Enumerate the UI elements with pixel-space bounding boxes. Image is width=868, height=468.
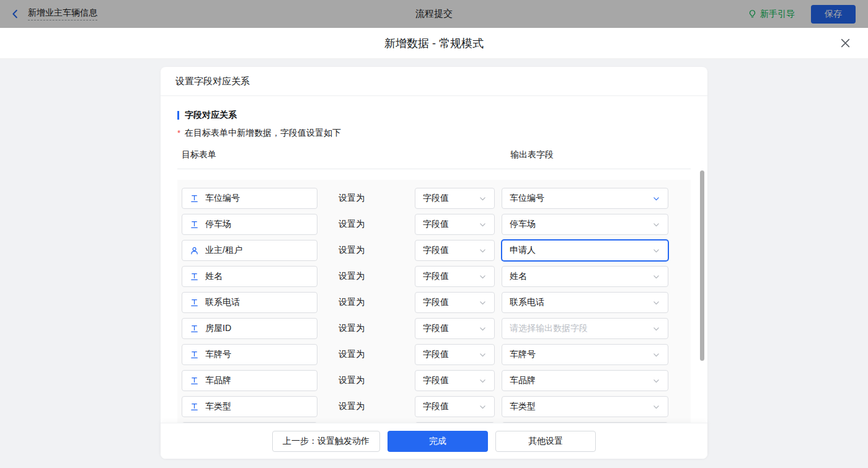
value-mode-select[interactable]: 字段值 [415, 292, 495, 313]
value-mode-select[interactable]: 字段值 [415, 344, 495, 365]
value-mode-select[interactable]: 字段值 [415, 240, 495, 261]
field-mapping-row: 业主/租户 设置为 字段值 申请人 [182, 240, 691, 261]
set-as-label: 设置为 [339, 401, 365, 412]
target-field-input[interactable]: 车品牌 [182, 370, 317, 391]
dialog-title: 新增数据 - 常规模式 [384, 36, 484, 51]
value-mode-select[interactable]: 字段值 [415, 266, 495, 287]
output-field-select[interactable]: 车品牌 [502, 370, 668, 391]
field-mapping-row: 车类型 设置为 字段值 车类型 [182, 396, 691, 417]
target-field-input[interactable]: 车类型 [182, 396, 317, 417]
chevron-down-icon [652, 195, 660, 203]
chevron-down-icon [479, 195, 487, 203]
set-as-label: 设置为 [339, 245, 365, 256]
mapping-rows: 车位编号 设置为 字段值 车位编号 [177, 180, 691, 423]
output-field-label: 车牌号 [510, 349, 536, 360]
target-field-input[interactable]: 车牌号 [182, 344, 317, 365]
flow-mode-label: 流程提交 [415, 8, 453, 20]
vertical-scrollbar[interactable] [700, 168, 704, 420]
output-field-label: 车类型 [510, 401, 536, 412]
section-accent-bar [177, 111, 179, 120]
beginner-guide-link[interactable]: 新手引导 [748, 9, 795, 20]
output-field-select[interactable]: 车牌号 [502, 344, 668, 365]
close-icon [840, 38, 851, 48]
card-title: 设置字段对应关系 [175, 76, 250, 87]
chevron-down-icon [652, 325, 660, 333]
column-header-target-form: 目标表单 [182, 149, 216, 159]
chevron-down-icon [479, 325, 487, 333]
column-headers: 目标表单 输出表字段 [177, 149, 691, 169]
text-field-icon [190, 272, 199, 281]
chevron-down-icon [652, 351, 660, 359]
target-field-label: 车品牌 [205, 375, 231, 386]
target-field-input[interactable]: 姓名 [182, 266, 317, 287]
field-mapping-row: 车位编号 设置为 字段值 车位编号 [182, 188, 691, 209]
field-mapping-row: 房屋ID 设置为 字段值 请选择输出数据字段 [182, 318, 691, 339]
previous-step-button[interactable]: 上一步：设置触发动作 [272, 431, 380, 452]
dialog-header: 新增数据 - 常规模式 [0, 28, 868, 59]
output-field-select[interactable]: 车类型 [502, 396, 668, 417]
scrollbar-thumb[interactable] [700, 170, 704, 361]
set-as-label: 设置为 [339, 219, 365, 230]
chevron-down-icon [479, 247, 487, 255]
value-mode-label: 字段值 [423, 271, 449, 282]
beginner-guide-label: 新手引导 [760, 9, 795, 20]
output-field-select[interactable]: 姓名 [502, 266, 668, 287]
target-field-label: 联系电话 [205, 297, 240, 308]
value-mode-label: 字段值 [423, 297, 449, 308]
output-field-label: 车位编号 [510, 193, 544, 204]
output-field-label: 车品牌 [510, 375, 536, 386]
chevron-down-icon [479, 221, 487, 229]
target-field-input[interactable]: 停车场 [182, 214, 317, 235]
value-mode-select[interactable]: 字段值 [415, 370, 495, 391]
value-mode-select[interactable]: 字段值 [415, 396, 495, 417]
target-field-label: 姓名 [205, 271, 223, 282]
chevron-down-icon [479, 351, 487, 359]
set-as-label: 设置为 [339, 271, 365, 282]
required-mark: * [177, 128, 180, 138]
output-field-label: 请选择输出数据字段 [510, 323, 588, 334]
output-field-label: 姓名 [510, 271, 527, 282]
value-mode-label: 字段值 [423, 193, 449, 204]
output-field-select[interactable]: 联系电话 [502, 292, 668, 313]
value-mode-select[interactable]: 字段值 [415, 214, 495, 235]
chevron-down-icon [479, 273, 487, 281]
target-field-label: 车类型 [205, 401, 231, 412]
close-button[interactable] [838, 37, 852, 50]
column-header-output-fields: 输出表字段 [510, 149, 554, 161]
other-settings-button[interactable]: 其他设置 [495, 431, 596, 452]
lightbulb-icon [748, 9, 757, 19]
field-mapping-row: 停车场 设置为 字段值 停车场 [182, 214, 691, 235]
section-description: *在目标表单中新增数据，字段值设置如下 [177, 128, 691, 139]
field-mapping-row: 联系电话 设置为 字段值 联系电话 [182, 292, 691, 313]
output-field-label: 停车场 [510, 219, 536, 230]
value-mode-select[interactable]: 字段值 [415, 318, 495, 339]
value-mode-select[interactable]: 字段值 [415, 188, 495, 209]
chevron-left-icon [10, 9, 20, 19]
value-mode-label: 字段值 [423, 375, 449, 386]
output-field-select[interactable]: 停车场 [502, 214, 668, 235]
save-button[interactable]: 保存 [811, 5, 856, 24]
chevron-down-icon [652, 247, 660, 255]
field-mapping-card: 设置字段对应关系 字段对应关系 *在目标表单中新增数据，字段值设置如下 目标表单… [161, 67, 707, 459]
target-field-input[interactable]: 车位编号 [182, 188, 317, 209]
section-title: 字段对应关系 [185, 110, 237, 121]
text-field-icon [190, 324, 199, 333]
target-field-label: 车位编号 [205, 193, 240, 204]
target-field-input[interactable]: 业主/租户 [182, 240, 317, 261]
output-field-label: 申请人 [510, 245, 536, 256]
finish-button[interactable]: 完成 [388, 431, 488, 452]
set-as-label: 设置为 [339, 297, 365, 308]
target-field-label: 车牌号 [205, 349, 231, 360]
output-field-select[interactable]: 申请人 [502, 240, 668, 261]
value-mode-label: 字段值 [423, 349, 449, 360]
output-field-select[interactable]: 请选择输出数据字段 [502, 318, 668, 339]
flow-title[interactable]: 新增业主车辆信息 [28, 7, 97, 20]
text-field-icon [190, 220, 199, 229]
text-field-icon [190, 402, 199, 412]
back-button[interactable] [10, 9, 20, 19]
target-field-input[interactable]: 联系电话 [182, 292, 317, 313]
target-field-input[interactable]: 房屋ID [182, 318, 317, 339]
output-field-select[interactable]: 车位编号 [502, 188, 668, 209]
set-as-label: 设置为 [339, 375, 365, 386]
chevron-down-icon [652, 403, 660, 411]
